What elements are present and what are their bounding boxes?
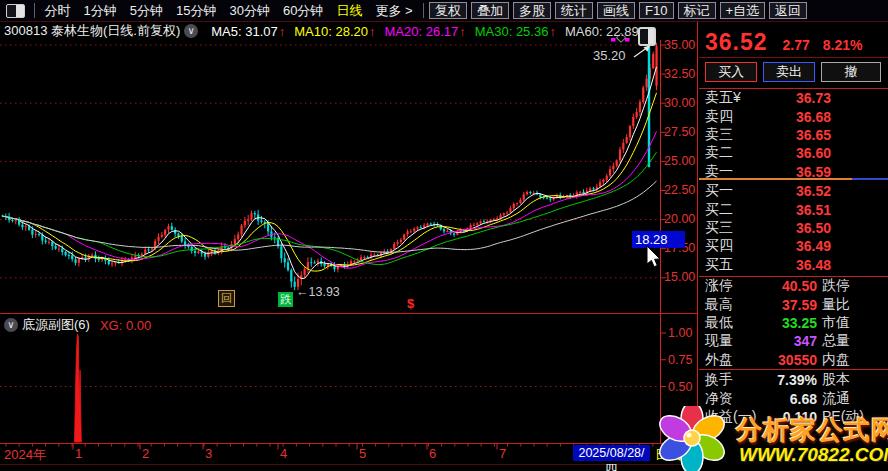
bid-row-3[interactable]: 买三36.50 xyxy=(699,219,888,237)
stat-label-right: 市值 xyxy=(817,314,888,332)
mouse-cursor xyxy=(646,246,668,272)
stat-row-最低: 最低33.25市值 xyxy=(699,314,888,332)
stat-label: 换手 xyxy=(699,371,753,389)
ask-price: 36.73 xyxy=(761,90,831,106)
price-row: 36.52 2.77 8.21% xyxy=(705,29,863,56)
month-label-2: 2 xyxy=(142,446,149,461)
stat-label: 最低 xyxy=(699,314,753,332)
toolbar-button-2[interactable]: 叠加 xyxy=(471,2,509,19)
stat-label-right: 内盘 xyxy=(817,351,888,369)
ma-value-5: MA60: 22.89↑ xyxy=(565,24,646,39)
toolbar-period-1[interactable]: 分时 xyxy=(38,2,77,20)
ask-price: 36.68 xyxy=(761,109,831,125)
ask-row-3[interactable]: 卖三36.65 xyxy=(699,126,888,144)
chevron-down-icon[interactable]: ∨ xyxy=(184,24,198,38)
ma-values: MA5: 31.07↑MA10: 28.20↑MA20: 26.17↑MA30:… xyxy=(202,24,646,39)
period-tabs: 分时1分钟5分钟15分钟30分钟60分钟日线更多 > xyxy=(38,2,419,20)
toolbar-period-5[interactable]: 30分钟 xyxy=(223,2,276,20)
buy-button[interactable]: 买入 xyxy=(705,62,757,82)
bid-price: 36.48 xyxy=(761,257,831,273)
up-arrow-icon: ↑ xyxy=(549,24,556,39)
stat-row-涨停: 涨停40.50跌停 xyxy=(699,277,888,295)
bid-ask-separator xyxy=(699,178,888,180)
bid-row-5[interactable]: 买五36.48 xyxy=(699,256,888,274)
ask-row-4[interactable]: 卖二36.60 xyxy=(699,144,888,162)
sell-button[interactable]: 卖出 xyxy=(763,62,815,82)
logo-url: WWW.70822.COM xyxy=(739,444,888,466)
stat-value: 40.50 xyxy=(753,278,817,294)
stat-value: 347 xyxy=(753,333,817,349)
price-tick-27.50: 27.50 xyxy=(664,125,695,139)
ma-label: MA60: 22.89 xyxy=(565,24,639,39)
window-split-icon[interactable] xyxy=(6,4,25,18)
ask-row-1[interactable]: 卖五¥36.73 xyxy=(699,89,888,107)
toolbar-period-8[interactable]: 更多 > xyxy=(369,2,419,20)
app-window: 分时1分钟5分钟15分钟30分钟60分钟日线更多 > 复权叠加多股统计画线F10… xyxy=(0,0,888,471)
trade-buttons: 买入卖出撤 xyxy=(705,62,881,82)
toolbar-button-3[interactable]: 多股 xyxy=(513,2,551,19)
bid-price: 36.49 xyxy=(761,238,831,254)
quote-panel: 泰林生物 平安资管持股 300813 36.52 2.77 8.21% 买入卖出… xyxy=(699,0,888,471)
ma-value-4: MA30: 25.36↑ xyxy=(475,24,556,39)
low-price-label: ←13.93 xyxy=(296,285,340,299)
ma-value-1: MA5: 31.07↑ xyxy=(211,24,285,39)
bid-row-2[interactable]: 买二36.51 xyxy=(699,200,888,218)
sub-tick-0.50: 0.50 xyxy=(668,380,692,394)
bid-row-1[interactable]: 买一36.52 xyxy=(699,182,888,200)
toolbar-period-3[interactable]: 5分钟 xyxy=(123,2,169,20)
toolbar-period-4[interactable]: 15分钟 xyxy=(169,2,222,20)
price-tick-22.50: 22.50 xyxy=(664,183,695,197)
ma-label: MA20: 26.17 xyxy=(384,24,458,39)
chevron-down-icon[interactable]: ∨ xyxy=(4,318,18,332)
ma-label: MA10: 28.20 xyxy=(294,24,368,39)
toolbar-divider xyxy=(423,3,424,18)
toolbar-divider xyxy=(34,3,35,18)
peak-price-label: 35.20 xyxy=(593,48,626,63)
cancel-button[interactable]: 撤 xyxy=(821,62,881,82)
month-label-6: 6 xyxy=(429,446,436,461)
sub-tick-1.00: 1.00 xyxy=(668,326,692,340)
stat-value: 7.39% xyxy=(753,372,817,388)
diamond-icon[interactable]: ◇ xyxy=(616,29,626,44)
up-arrow-icon: ↑ xyxy=(369,24,376,39)
stat-value: 30550 xyxy=(753,352,817,368)
bid-price: 36.52 xyxy=(761,183,831,199)
ask-book: 卖五¥36.73卖四36.68卖三36.65卖二36.60卖一36.59 xyxy=(699,89,888,181)
ask-row-2[interactable]: 卖四36.68 xyxy=(699,107,888,125)
price-tick-35.00: 35.00 xyxy=(664,38,695,52)
ma-label: MA5: 31.07 xyxy=(211,24,278,39)
chart-title: 300813 泰林生物(日线.前复权) xyxy=(4,22,180,40)
month-label-7: 7 xyxy=(499,446,506,461)
marker-dollar-icon[interactable]: $ xyxy=(407,296,414,311)
stat-row-现量: 现量347总量 xyxy=(699,332,888,350)
bid-row-4[interactable]: 买四36.49 xyxy=(699,237,888,255)
marker-die-icon[interactable]: 跌 xyxy=(278,292,293,307)
toolbar-period-2[interactable]: 1分钟 xyxy=(77,2,123,20)
toolbar-period-6[interactable]: 60分钟 xyxy=(276,2,329,20)
stat-label: 现量 xyxy=(699,332,753,350)
bid-label: 买三 xyxy=(699,219,761,237)
tag-icon[interactable] xyxy=(638,27,656,46)
price-change-pct: 8.21% xyxy=(823,37,863,53)
toolbar-button-4[interactable]: 统计 xyxy=(555,2,593,19)
toolbar-button-5[interactable]: 画线 xyxy=(597,2,635,19)
bid-label: 买二 xyxy=(699,201,761,219)
subchart-signal-value: XG: 0.00 xyxy=(100,318,151,333)
toolbar-button-7[interactable]: 标记 xyxy=(678,2,716,19)
ask-label: 卖五¥ xyxy=(699,89,761,107)
bid-label: 买一 xyxy=(699,182,761,200)
toolbar-buttons: 复权叠加多股统计画线F10标记+自选返回 xyxy=(427,2,809,19)
marker-hui-icon[interactable]: 回 xyxy=(218,290,235,307)
toolbar-button-8[interactable]: +自选 xyxy=(720,2,766,19)
price-tick-20.00: 20.00 xyxy=(664,212,695,226)
toolbar-button-6[interactable]: F10 xyxy=(639,2,673,19)
logo-title: 分析家公式网 xyxy=(736,413,888,448)
stat-label: 最高 xyxy=(699,296,753,314)
stat-value: 37.59 xyxy=(753,297,817,313)
toolbar-button-9[interactable]: 返回 xyxy=(769,2,807,19)
price-change: 2.77 xyxy=(783,37,810,53)
stat-label-right: 股本 xyxy=(817,371,888,389)
toolbar-button-1[interactable]: 复权 xyxy=(429,2,467,19)
price-tick-30.00: 30.00 xyxy=(664,96,695,110)
toolbar-period-7[interactable]: 日线 xyxy=(330,2,369,20)
